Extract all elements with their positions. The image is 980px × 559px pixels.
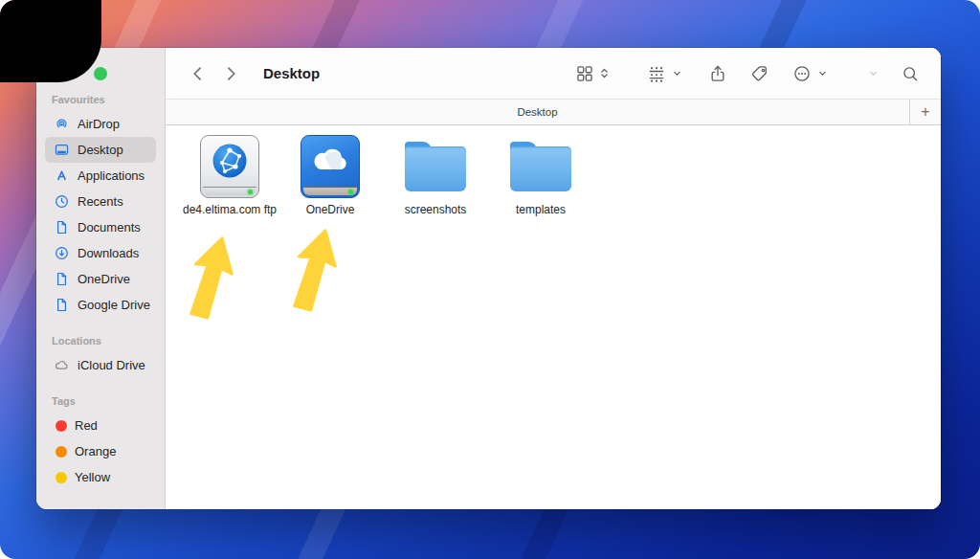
traffic-light-green[interactable] xyxy=(94,67,107,80)
sidebar-item-google-drive[interactable]: Google Drive xyxy=(45,292,156,318)
folder-icon xyxy=(405,142,466,191)
file-name[interactable]: de4.eltima.com ftp xyxy=(177,203,282,218)
file-name[interactable]: screenshots xyxy=(383,203,488,218)
sidebar-section-tags: Tags xyxy=(52,395,165,407)
back-button[interactable] xyxy=(189,64,208,83)
sidebar-item-label: OneDrive xyxy=(78,272,130,286)
yellow-tag-dot-icon xyxy=(56,472,67,483)
group-by-button[interactable] xyxy=(647,64,666,83)
sidebar-item-airdrop[interactable]: AirDrop xyxy=(45,111,156,137)
toolbar-icons xyxy=(575,64,920,83)
sidebar-tag-red[interactable]: Red xyxy=(45,413,156,438)
share-button[interactable] xyxy=(708,64,727,83)
orange-tag-dot-icon xyxy=(56,446,67,458)
sidebar-item-label: Documents xyxy=(78,220,141,235)
sidebar-item-icloud-drive[interactable]: iCloud Drive xyxy=(45,352,156,378)
more-actions-button[interactable] xyxy=(792,64,812,83)
sidebar-item-label: Yellow xyxy=(75,470,110,484)
file-name[interactable]: templates xyxy=(488,203,593,218)
sidebar-section-locations: Locations xyxy=(52,335,165,347)
sidebar-item-label: Desktop xyxy=(78,143,123,157)
red-tag-dot-icon xyxy=(56,420,67,432)
sidebar-item-label: Downloads xyxy=(78,246,139,260)
applications-icon xyxy=(54,168,70,184)
drive-led-icon xyxy=(348,190,353,194)
airdrop-icon xyxy=(54,116,70,132)
desktop-icon xyxy=(54,142,70,158)
window-title: Desktop xyxy=(263,65,320,81)
tab-desktop[interactable]: Desktop xyxy=(166,100,909,124)
file-item-templates[interactable]: templates xyxy=(488,133,593,218)
sidebar-item-desktop[interactable]: Desktop xyxy=(45,137,156,163)
sidebar-item-label: Recents xyxy=(78,194,123,209)
onedrive-drive-icon xyxy=(301,135,360,198)
file-item-screenshots[interactable]: screenshots xyxy=(383,133,488,218)
sidebar-item-label: Red xyxy=(75,418,98,433)
black-overlay xyxy=(0,0,101,82)
more-actions-chevron-icon[interactable] xyxy=(816,67,829,79)
tab-bar: Desktop + xyxy=(166,99,941,125)
sidebar-item-label: Applications xyxy=(78,168,145,183)
sidebar-item-label: Orange xyxy=(75,444,116,458)
sidebar-item-label: AirDrop xyxy=(78,117,120,131)
sidebar-item-label: Google Drive xyxy=(78,298,150,312)
drive-led-icon xyxy=(248,190,253,194)
folder-icon xyxy=(510,142,571,191)
drive-lip xyxy=(203,187,256,195)
finder-toolbar: Desktop xyxy=(166,48,941,99)
sidebar-item-onedrive[interactable]: OneDrive xyxy=(45,266,156,292)
finder-window: Favourites AirDrop Desktop Applications xyxy=(36,48,941,509)
finder-main: Desktop xyxy=(166,48,941,509)
document-icon xyxy=(54,271,70,287)
view-grid-button[interactable] xyxy=(575,64,594,83)
desktop-screen: Favourites AirDrop Desktop Applications xyxy=(0,0,980,559)
group-by-chevron-icon[interactable] xyxy=(671,67,683,79)
collapsed-toolbar-chevron-icon[interactable] xyxy=(867,67,880,79)
document-icon xyxy=(54,297,70,313)
cloud-icon xyxy=(54,357,70,373)
sidebar-item-recents[interactable]: Recents xyxy=(45,189,156,214)
view-sort-chevrons-icon[interactable] xyxy=(598,67,611,79)
download-circle-icon xyxy=(54,245,70,261)
clock-icon xyxy=(54,193,70,210)
sidebar-item-applications[interactable]: Applications xyxy=(45,163,156,189)
finder-sidebar: Favourites AirDrop Desktop Applications xyxy=(36,48,166,509)
file-item-network-drive[interactable]: de4.eltima.com ftp xyxy=(177,133,282,218)
sidebar-item-documents[interactable]: Documents xyxy=(45,214,156,240)
file-name[interactable]: OneDrive xyxy=(278,203,383,218)
sidebar-tag-orange[interactable]: Orange xyxy=(45,438,156,464)
search-button[interactable] xyxy=(901,64,920,83)
sidebar-tag-yellow[interactable]: Yellow xyxy=(45,464,156,490)
sidebar-item-downloads[interactable]: Downloads xyxy=(45,240,156,266)
file-item-onedrive[interactable]: OneDrive xyxy=(278,133,383,218)
sidebar-section-favourites: Favourites xyxy=(52,94,165,105)
tag-button[interactable] xyxy=(750,64,769,83)
folder-content-area[interactable]: de4.eltima.com ftp xyxy=(166,125,941,509)
sidebar-item-label: iCloud Drive xyxy=(78,358,145,372)
new-tab-button[interactable]: + xyxy=(909,100,941,124)
document-icon xyxy=(54,219,70,235)
forward-button[interactable] xyxy=(221,64,240,83)
drive-lip xyxy=(303,187,357,195)
network-drive-icon xyxy=(200,135,259,198)
